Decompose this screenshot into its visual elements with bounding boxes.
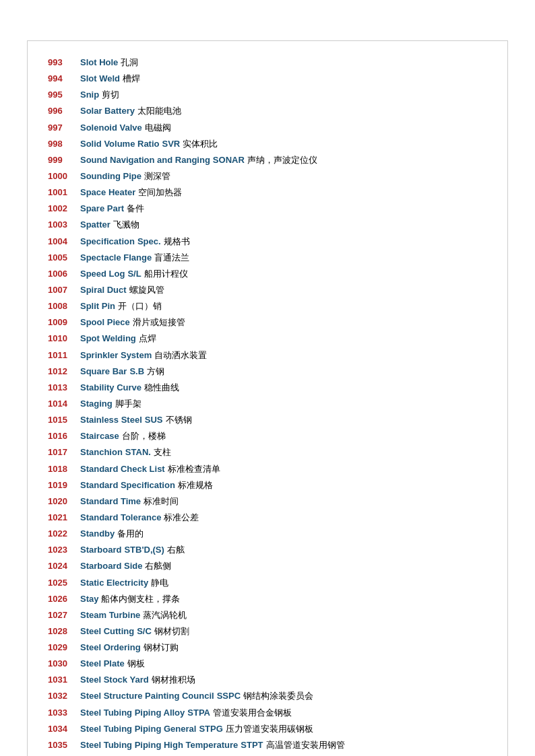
- table-row: 1018Standard Check List标准检查清单: [48, 461, 487, 477]
- table-row: 999Sound Navigation and RangingSONAR声纳，声…: [48, 152, 487, 168]
- entry-term: Stability Curve: [80, 381, 141, 394]
- entry-term: Steel Tubing Piping High Temperature: [80, 738, 238, 752]
- entry-zh: 备件: [127, 202, 144, 215]
- entry-zh: 标准公差: [164, 511, 199, 524]
- entry-number: 999: [48, 153, 80, 167]
- entry-zh: 自动洒水装置: [154, 349, 207, 362]
- entry-number: 1006: [48, 267, 80, 281]
- entry-zh: 剪切: [102, 88, 119, 102]
- table-row: 1016Staircase台阶，楼梯: [48, 428, 487, 444]
- entry-term: Stay: [80, 592, 98, 606]
- entry-zh: 不锈钢: [166, 413, 192, 427]
- entry-term: Static Electricity: [80, 576, 148, 590]
- entry-zh: 声纳，声波定位仪: [247, 153, 317, 167]
- entry-zh: 蒸汽涡轮机: [143, 609, 187, 622]
- entry-abbr: SUS: [145, 413, 163, 427]
- entry-abbr: STPA: [187, 706, 210, 720]
- entry-term: Stanchion: [80, 446, 123, 459]
- table-row: 1004SpecificationSpec.规格书: [48, 234, 487, 250]
- entry-number: 1034: [48, 722, 80, 736]
- entry-term: Steel Plate: [80, 657, 125, 671]
- table-row: 1000Sounding Pipe测深管: [48, 168, 487, 184]
- entry-number: 1032: [48, 689, 80, 703]
- entry-zh: 点焊: [139, 332, 156, 345]
- entry-term: Square Bar: [80, 365, 127, 378]
- entry-term: Spatter: [80, 218, 111, 232]
- table-row: 1011Sprinkler System自动洒水装置: [48, 347, 487, 364]
- table-row: 1002Spare Part备件: [48, 201, 487, 217]
- entry-term: Staging: [80, 397, 113, 411]
- entry-zh: 太阳能电池: [137, 104, 181, 118]
- entry-abbr: SSPC: [217, 689, 241, 703]
- entry-number: 1008: [48, 300, 80, 313]
- table-row: 1023StarboardSTB'D,(S)右舷: [48, 542, 487, 558]
- entry-abbr: STB'D,(S): [124, 543, 164, 557]
- entry-abbr: Spec.: [137, 235, 161, 248]
- entry-term: Split Pin: [80, 300, 115, 313]
- table-row: 1005Spectacle Flange盲通法兰: [48, 250, 487, 266]
- entry-term: Spiral Duct: [80, 283, 127, 297]
- table-row: 1030Steel Plate钢板: [48, 656, 487, 672]
- entry-zh: 空间加热器: [138, 186, 182, 199]
- entry-zh: 钢结构涂装委员会: [243, 689, 313, 703]
- entry-number: 1000: [48, 170, 80, 183]
- entries-list: 993Slot Hole孔洞994Slot Weld槽焊995Snip剪切996…: [48, 55, 487, 756]
- entry-zh: 电磁阀: [145, 121, 171, 135]
- entry-number: 1035: [48, 738, 80, 752]
- entry-number: 1021: [48, 511, 80, 524]
- entry-term: Spectacle Flange: [80, 251, 152, 265]
- table-row: 998Solid Volume RatioSVR实体积比: [48, 136, 487, 152]
- entry-number: 1003: [48, 218, 80, 232]
- entry-number: 1023: [48, 543, 80, 557]
- table-row: 1032Steel Structure Painting CouncilSSPC…: [48, 688, 487, 704]
- entry-number: 996: [48, 104, 80, 118]
- entry-term: Steel Cutting: [80, 625, 134, 638]
- content-container: 993Slot Hole孔洞994Slot Weld槽焊995Snip剪切996…: [27, 40, 508, 756]
- entry-zh: 静电: [151, 576, 168, 590]
- entry-zh: 压力管道安装用碳钢板: [226, 722, 313, 736]
- table-row: 1001Space Heater空间加热器: [48, 184, 487, 201]
- entry-term: Steel Ordering: [80, 641, 141, 654]
- entry-abbr: S/L: [127, 267, 141, 281]
- entry-term: Steel Stock Yard: [80, 673, 149, 687]
- entry-term: Standard Check List: [80, 462, 165, 476]
- entry-zh: 标准规格: [178, 479, 213, 492]
- table-row: 1010Spot Welding点焊: [48, 331, 487, 347]
- entry-abbr: S/C: [137, 625, 152, 638]
- entry-zh: 船体内侧支柱，撑条: [101, 592, 180, 606]
- entry-number: 1026: [48, 592, 80, 606]
- entry-term: Stainless Steel: [80, 413, 142, 427]
- entry-abbr: SVR: [162, 137, 181, 151]
- entry-abbr: STPG: [199, 722, 222, 736]
- entry-number: 997: [48, 121, 80, 135]
- entry-zh: 台阶，楼梯: [122, 429, 166, 443]
- page: 993Slot Hole孔洞994Slot Weld槽焊995Snip剪切996…: [0, 0, 535, 756]
- entry-zh: 孔洞: [121, 56, 138, 69]
- table-row: 1025Static Electricity静电: [48, 575, 487, 591]
- entry-term: Solid Volume Ratio: [80, 137, 160, 151]
- entry-zh: 稳性曲线: [144, 381, 179, 394]
- entry-number: 1027: [48, 609, 80, 622]
- entry-zh: 管道安装用合金钢板: [213, 706, 292, 720]
- entry-term: Steel Tubing Piping General: [80, 722, 196, 736]
- entry-term: Staircase: [80, 429, 119, 443]
- table-row: 1007Spiral Duct螺旋风管: [48, 282, 487, 298]
- entry-zh: 槽焊: [123, 72, 140, 85]
- entry-term: Slot Hole: [80, 56, 118, 69]
- table-row: 1028Steel CuttingS/C钢材切割: [48, 623, 487, 640]
- entry-abbr: STPT: [241, 738, 263, 752]
- table-row: 1019Standard Specification标准规格: [48, 477, 487, 493]
- entry-term: Sounding Pipe: [80, 170, 141, 183]
- entry-zh: 标准检查清单: [168, 462, 220, 476]
- entry-zh: 滑片或短接管: [133, 316, 185, 329]
- table-row: 995Snip剪切: [48, 87, 487, 103]
- table-row: 1017StanchionSTAN.支柱: [48, 444, 487, 460]
- entry-zh: 钢材订购: [144, 641, 179, 654]
- entry-number: 1012: [48, 365, 80, 378]
- table-row: 997Solenoid Valve电磁阀: [48, 120, 487, 136]
- entry-number: 994: [48, 72, 80, 85]
- table-row: 1012Square BarS.B方钢: [48, 364, 487, 380]
- table-row: 1014Staging脚手架: [48, 396, 487, 412]
- entry-number: 1028: [48, 625, 80, 638]
- entry-number: 1013: [48, 381, 80, 394]
